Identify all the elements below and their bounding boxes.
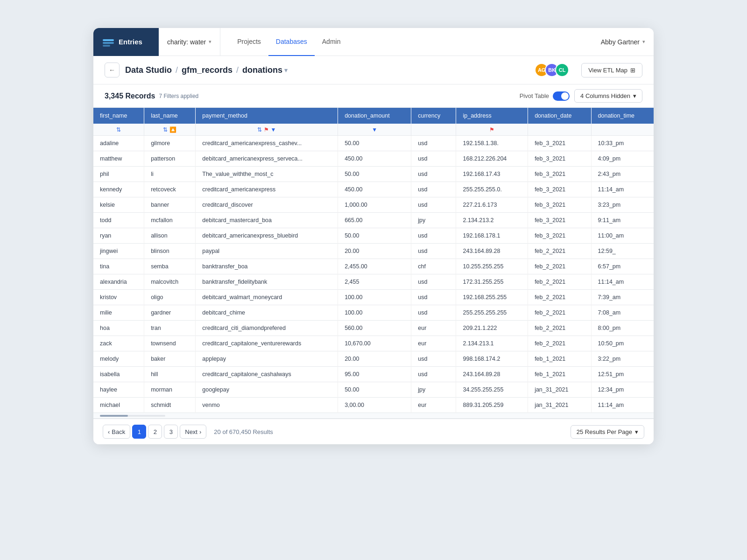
cell-payment_method: creditcard_citi_diamondprefered (196, 321, 338, 336)
table-row[interactable]: adalinegilmorecreditcard_americanexpress… (93, 136, 654, 151)
table-row[interactable]: kennedyretcoveckcreditcard_americanexpre… (93, 182, 654, 197)
back-page-button[interactable]: ‹ Back (103, 425, 130, 439)
table-row[interactable]: michaelschmidtvenmo3,00.00eur889.31.205.… (93, 398, 654, 413)
breadcrumb-sep-1: / (176, 65, 178, 75)
filter-icon-payment[interactable]: ▼ (270, 126, 276, 133)
nav-databases[interactable]: Databases (268, 28, 315, 56)
cell-ip_address: 889.31.205.259 (456, 398, 528, 413)
cell-donation_date: jan_31_2021 (528, 382, 591, 398)
back-arrow-icon: ‹ (108, 428, 110, 435)
cell-donation_date: feb_3_2021 (528, 182, 591, 197)
breadcrumb-data-studio[interactable]: Data Studio (125, 65, 172, 75)
columns-chevron-icon: ▾ (633, 92, 636, 99)
next-arrow-icon: › (199, 428, 201, 435)
cell-ip_address: 34.255.255.255 (456, 382, 528, 398)
table-row[interactable]: hayleemormangooglepay50.00jpy34.255.255.… (93, 382, 654, 398)
page-2-button[interactable]: 2 (148, 425, 162, 439)
table-row[interactable]: zacktownsendcreditcard_capitalone_ventur… (93, 336, 654, 351)
pivot-table-label: Pivot Table (520, 92, 549, 99)
table-row[interactable]: tinasembabanktransfer_boa2,455.00chf10.2… (93, 259, 654, 274)
cell-currency: usd (411, 197, 456, 213)
org-name: charity: water (167, 38, 206, 46)
cell-ip_address: 168.212.226.204 (456, 151, 528, 167)
cell-currency: usd (411, 274, 456, 290)
page-3-button[interactable]: 3 (164, 425, 178, 439)
filter-icon-amount[interactable]: ▼ (372, 126, 377, 133)
table-body: adalinegilmorecreditcard_americanexpress… (93, 136, 654, 413)
columns-hidden-button[interactable]: 4 Columns Hidden ▾ (574, 89, 642, 103)
cell-payment_method: paypal (196, 244, 338, 259)
logo-label: Entries (119, 38, 142, 46)
cell-first_name: melody (93, 351, 144, 367)
flag-icon-ip[interactable]: ⚑ (489, 126, 494, 133)
cell-last_name: gardner (144, 305, 196, 321)
app-container: Entries charity: water ▾ Projects Databa… (93, 28, 654, 444)
col-donation-amount[interactable]: donation_amount (338, 108, 411, 124)
cell-last_name: retcoveck (144, 182, 196, 197)
breadcrumb-dropdown-icon[interactable]: ▾ (284, 67, 288, 74)
cell-donation_amount: 3,00.00 (338, 398, 411, 413)
table-row[interactable]: hoatrancreditcard_citi_diamondprefered56… (93, 321, 654, 336)
cell-donation_amount: 20.00 (338, 244, 411, 259)
cell-donation_date: feb_3_2021 (528, 213, 591, 228)
cell-last_name: tran (144, 321, 196, 336)
table-row[interactable]: kristovoligodebitcard_walmart_moneycard1… (93, 290, 654, 305)
cell-ip_address: 2.134.213.2 (456, 213, 528, 228)
cell-donation_amount: 20.00 (338, 351, 411, 367)
cell-payment_method: The_value_withthe_most_c (196, 167, 338, 182)
sort-icon-payment[interactable]: ⇅ (257, 126, 262, 133)
org-selector[interactable]: charity: water ▾ (159, 28, 220, 56)
table-row[interactable]: toddmcfallondebitcard_mastercard_boa665.… (93, 213, 654, 228)
filter-icon-last-name[interactable]: 🔼 (169, 126, 176, 133)
table-row[interactable]: miliegardnerdebitcard_chime100.00usd255.… (93, 305, 654, 321)
cell-donation_time: 7:08_am (591, 305, 654, 321)
cell-ip_address: 255.255.255.255 (456, 305, 528, 321)
next-page-label: Next (185, 428, 197, 435)
table-row[interactable]: kelsiebannercreditcard_discover1,000.00u… (93, 197, 654, 213)
breadcrumb-gfm[interactable]: gfm_records (182, 65, 233, 75)
cell-donation_time: 12:34_pm (591, 382, 654, 398)
table-row[interactable]: philliThe_value_withthe_most_c50.00usd19… (93, 167, 654, 182)
view-etl-button[interactable]: View ETL Map ⊞ (581, 63, 642, 77)
cell-ip_address: 192.168.17.43 (456, 167, 528, 182)
back-button[interactable]: ← (105, 63, 120, 77)
sort-icon-first-name[interactable]: ⇅ (116, 126, 121, 133)
pivot-toggle-switch[interactable] (553, 91, 570, 101)
next-page-button[interactable]: Next › (180, 425, 206, 439)
cell-ip_address: 227.21.6.173 (456, 197, 528, 213)
page-1-button[interactable]: 1 (132, 425, 146, 439)
cell-ip_address: 192.168.178.1 (456, 228, 528, 244)
cell-donation_date: feb_2_2021 (528, 336, 591, 351)
per-page-button[interactable]: 25 Results Per Page ▾ (571, 425, 644, 439)
table-row[interactable]: matthewpattersondebitcard_americanexpres… (93, 151, 654, 167)
col-payment-method[interactable]: payment_method (196, 108, 338, 124)
nav-projects[interactable]: Projects (230, 28, 268, 56)
table-header-row: first_name last_name payment_method dona… (93, 108, 654, 124)
col-donation-time[interactable]: donation_time (591, 108, 654, 124)
col-currency[interactable]: currency (411, 108, 456, 124)
cell-first_name: milie (93, 305, 144, 321)
table-row[interactable]: isabellahillcreditcard_capitalone_cashal… (93, 367, 654, 382)
col-ip-address[interactable]: ip_address (456, 108, 528, 124)
table-row[interactable]: jingweiblinsonpaypal20.00usd243.164.89.2… (93, 244, 654, 259)
col-last-name[interactable]: last_name (144, 108, 196, 124)
cell-donation_amount: 665.00 (338, 213, 411, 228)
cell-first_name: adaline (93, 136, 144, 151)
flag-icon-payment[interactable]: ⚑ (264, 126, 269, 133)
footer: ‹ Back 1 2 3 Next › 20 of 670,450 Result… (93, 419, 654, 444)
nav-admin[interactable]: Admin (315, 28, 348, 56)
table-row[interactable]: melodybakerapplepay20.00usd998.168.174.2… (93, 351, 654, 367)
cell-donation_amount: 50.00 (338, 136, 411, 151)
logo-icon (102, 35, 115, 49)
scrollbar-track[interactable] (100, 415, 165, 417)
breadcrumb: Data Studio / gfm_records / donations ▾ (125, 65, 288, 75)
user-area[interactable]: Abby Gartner ▾ (592, 38, 654, 46)
main-nav: Projects Databases Admin (220, 28, 357, 56)
table-row[interactable]: ryanallisondebitcard_americanexpress_blu… (93, 228, 654, 244)
col-donation-date[interactable]: donation_date (528, 108, 591, 124)
table-row[interactable]: alexandriamalcovitchbanktransfer_fidelit… (93, 274, 654, 290)
cell-last_name: townsend (144, 336, 196, 351)
cell-currency: usd (411, 182, 456, 197)
col-first-name[interactable]: first_name (93, 108, 144, 124)
sort-icon-last-name[interactable]: ⇅ (163, 126, 168, 133)
